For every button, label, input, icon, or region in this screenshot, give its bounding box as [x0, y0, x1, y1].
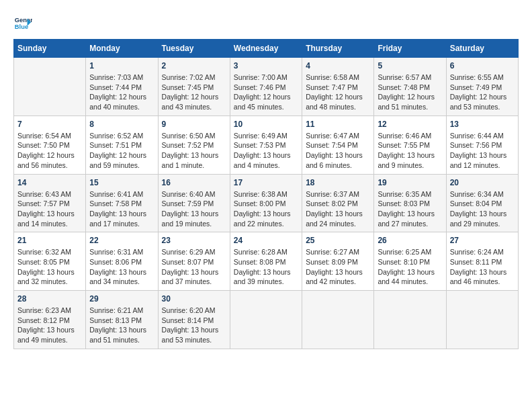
logo-icon: General Blue	[13, 13, 32, 32]
calendar-cell: 30Sunrise: 6:20 AM Sunset: 8:14 PM Dayli…	[158, 291, 230, 349]
calendar-cell: 13Sunrise: 6:44 AM Sunset: 7:56 PM Dayli…	[446, 116, 518, 174]
day-info: Sunrise: 6:43 AM Sunset: 7:57 PM Dayligh…	[17, 189, 82, 229]
calendar-header: SundayMondayTuesdayWednesdayThursdayFrid…	[14, 40, 519, 58]
day-info: Sunrise: 6:28 AM Sunset: 8:08 PM Dayligh…	[234, 247, 298, 287]
day-number: 23	[162, 236, 226, 245]
day-number: 14	[17, 178, 82, 187]
calendar-cell	[230, 291, 302, 349]
week-row-1: 1Sunrise: 7:03 AM Sunset: 7:44 PM Daylig…	[14, 58, 519, 116]
calendar-cell: 7Sunrise: 6:54 AM Sunset: 7:50 PM Daylig…	[14, 116, 86, 174]
day-number: 5	[378, 61, 442, 71]
day-number: 15	[89, 178, 154, 187]
day-info: Sunrise: 7:03 AM Sunset: 7:44 PM Dayligh…	[89, 73, 154, 112]
header-row: SundayMondayTuesdayWednesdayThursdayFrid…	[14, 40, 519, 58]
calendar-cell	[374, 291, 446, 349]
logo: General Blue	[13, 13, 35, 32]
day-number: 27	[450, 236, 515, 245]
day-number: 16	[162, 178, 226, 187]
day-info: Sunrise: 6:34 AM Sunset: 8:04 PM Dayligh…	[450, 189, 515, 229]
week-row-3: 14Sunrise: 6:43 AM Sunset: 7:57 PM Dayli…	[14, 174, 519, 232]
header-cell-thursday: Thursday	[302, 40, 374, 58]
day-number: 10	[234, 120, 298, 129]
day-number: 18	[306, 178, 370, 187]
calendar-cell: 6Sunrise: 6:55 AM Sunset: 7:49 PM Daylig…	[446, 58, 518, 116]
day-number: 21	[17, 236, 82, 245]
calendar-cell: 16Sunrise: 6:40 AM Sunset: 7:59 PM Dayli…	[158, 174, 230, 232]
calendar-cell: 25Sunrise: 6:27 AM Sunset: 8:09 PM Dayli…	[302, 232, 374, 291]
day-number: 7	[17, 120, 82, 129]
day-number: 11	[306, 120, 370, 129]
calendar-cell: 23Sunrise: 6:29 AM Sunset: 8:07 PM Dayli…	[158, 232, 230, 291]
day-info: Sunrise: 6:25 AM Sunset: 8:10 PM Dayligh…	[378, 247, 442, 287]
header-cell-friday: Friday	[374, 40, 446, 58]
calendar-cell: 4Sunrise: 6:58 AM Sunset: 7:47 PM Daylig…	[302, 58, 374, 116]
header-cell-sunday: Sunday	[14, 40, 86, 58]
day-number: 9	[162, 120, 226, 129]
day-number: 25	[306, 236, 370, 245]
day-info: Sunrise: 6:55 AM Sunset: 7:49 PM Dayligh…	[450, 73, 515, 112]
day-number: 29	[89, 294, 154, 304]
calendar-cell: 12Sunrise: 6:46 AM Sunset: 7:55 PM Dayli…	[374, 116, 446, 174]
calendar-cell: 17Sunrise: 6:38 AM Sunset: 8:00 PM Dayli…	[230, 174, 302, 232]
day-info: Sunrise: 6:21 AM Sunset: 8:13 PM Dayligh…	[89, 306, 154, 345]
calendar-cell: 11Sunrise: 6:47 AM Sunset: 7:54 PM Dayli…	[302, 116, 374, 174]
day-number: 8	[89, 120, 154, 129]
day-info: Sunrise: 6:20 AM Sunset: 8:14 PM Dayligh…	[162, 306, 226, 345]
day-number: 22	[89, 236, 154, 245]
calendar-cell: 26Sunrise: 6:25 AM Sunset: 8:10 PM Dayli…	[374, 232, 446, 291]
day-info: Sunrise: 7:02 AM Sunset: 7:45 PM Dayligh…	[162, 73, 226, 112]
day-info: Sunrise: 6:23 AM Sunset: 8:12 PM Dayligh…	[17, 306, 82, 345]
week-row-5: 28Sunrise: 6:23 AM Sunset: 8:12 PM Dayli…	[14, 291, 519, 349]
day-number: 12	[378, 120, 442, 129]
day-info: Sunrise: 6:58 AM Sunset: 7:47 PM Dayligh…	[306, 73, 370, 112]
day-info: Sunrise: 6:40 AM Sunset: 7:59 PM Dayligh…	[162, 189, 226, 229]
day-number: 24	[234, 236, 298, 245]
calendar-cell: 20Sunrise: 6:34 AM Sunset: 8:04 PM Dayli…	[446, 174, 518, 232]
calendar-cell: 18Sunrise: 6:37 AM Sunset: 8:02 PM Dayli…	[302, 174, 374, 232]
calendar-cell: 5Sunrise: 6:57 AM Sunset: 7:48 PM Daylig…	[374, 58, 446, 116]
day-info: Sunrise: 6:29 AM Sunset: 8:07 PM Dayligh…	[162, 247, 226, 287]
day-info: Sunrise: 6:37 AM Sunset: 8:02 PM Dayligh…	[306, 189, 370, 229]
page-header: General Blue	[13, 13, 519, 32]
day-info: Sunrise: 6:27 AM Sunset: 8:09 PM Dayligh…	[306, 247, 370, 287]
calendar-cell: 9Sunrise: 6:50 AM Sunset: 7:52 PM Daylig…	[158, 116, 230, 174]
calendar-cell: 22Sunrise: 6:31 AM Sunset: 8:06 PM Dayli…	[86, 232, 158, 291]
week-row-4: 21Sunrise: 6:32 AM Sunset: 8:05 PM Dayli…	[14, 232, 519, 291]
svg-text:Blue: Blue	[15, 24, 28, 30]
calendar-cell: 19Sunrise: 6:35 AM Sunset: 8:03 PM Dayli…	[374, 174, 446, 232]
calendar-cell: 8Sunrise: 6:52 AM Sunset: 7:51 PM Daylig…	[86, 116, 158, 174]
header-cell-saturday: Saturday	[446, 40, 518, 58]
calendar-cell	[302, 291, 374, 349]
header-cell-tuesday: Tuesday	[158, 40, 230, 58]
calendar-cell: 10Sunrise: 6:49 AM Sunset: 7:53 PM Dayli…	[230, 116, 302, 174]
day-info: Sunrise: 6:44 AM Sunset: 7:56 PM Dayligh…	[450, 131, 515, 171]
day-number: 1	[89, 61, 154, 71]
day-number: 17	[234, 178, 298, 187]
calendar-cell: 2Sunrise: 7:02 AM Sunset: 7:45 PM Daylig…	[158, 58, 230, 116]
day-number: 19	[378, 178, 442, 187]
calendar-cell: 1Sunrise: 7:03 AM Sunset: 7:44 PM Daylig…	[86, 58, 158, 116]
day-number: 28	[17, 294, 82, 304]
day-info: Sunrise: 6:50 AM Sunset: 7:52 PM Dayligh…	[162, 131, 226, 171]
header-cell-wednesday: Wednesday	[230, 40, 302, 58]
day-info: Sunrise: 6:31 AM Sunset: 8:06 PM Dayligh…	[89, 247, 154, 287]
calendar-cell: 15Sunrise: 6:41 AM Sunset: 7:58 PM Dayli…	[86, 174, 158, 232]
calendar-cell: 24Sunrise: 6:28 AM Sunset: 8:08 PM Dayli…	[230, 232, 302, 291]
week-row-2: 7Sunrise: 6:54 AM Sunset: 7:50 PM Daylig…	[14, 116, 519, 174]
day-info: Sunrise: 6:41 AM Sunset: 7:58 PM Dayligh…	[89, 189, 154, 229]
day-number: 2	[162, 61, 226, 71]
calendar-cell	[446, 291, 518, 349]
day-info: Sunrise: 6:24 AM Sunset: 8:11 PM Dayligh…	[450, 247, 515, 287]
day-info: Sunrise: 6:47 AM Sunset: 7:54 PM Dayligh…	[306, 131, 370, 171]
header-cell-monday: Monday	[86, 40, 158, 58]
calendar-cell: 3Sunrise: 7:00 AM Sunset: 7:46 PM Daylig…	[230, 58, 302, 116]
day-number: 30	[162, 294, 226, 304]
day-info: Sunrise: 6:35 AM Sunset: 8:03 PM Dayligh…	[378, 189, 442, 229]
day-info: Sunrise: 6:52 AM Sunset: 7:51 PM Dayligh…	[89, 131, 154, 171]
day-number: 3	[234, 61, 298, 71]
day-number: 6	[450, 61, 515, 71]
day-number: 20	[450, 178, 515, 187]
calendar-cell: 29Sunrise: 6:21 AM Sunset: 8:13 PM Dayli…	[86, 291, 158, 349]
day-info: Sunrise: 6:57 AM Sunset: 7:48 PM Dayligh…	[378, 73, 442, 112]
day-number: 26	[378, 236, 442, 245]
